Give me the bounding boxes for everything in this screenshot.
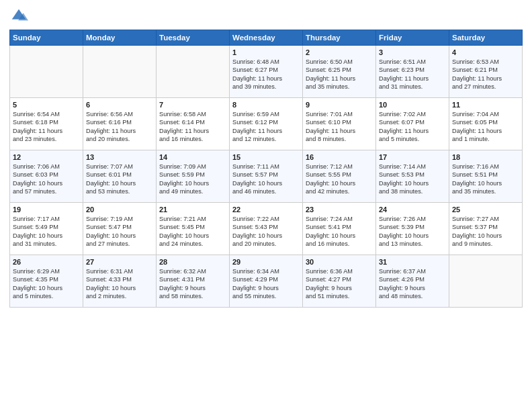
calendar-cell [449, 255, 523, 308]
day-number: 27 [86, 258, 153, 266]
calendar-table: SundayMondayTuesdayWednesdayThursdayFrid… [9, 30, 523, 308]
day-number: 26 [13, 258, 80, 266]
calendar-cell: 18Sunrise: 7:16 AM Sunset: 5:51 PM Dayli… [449, 150, 523, 203]
day-number: 10 [379, 101, 446, 109]
day-info: Sunrise: 7:06 AM Sunset: 6:03 PM Dayligh… [13, 163, 80, 196]
day-number: 31 [379, 258, 446, 266]
weekday-header: Sunday [10, 30, 83, 46]
day-number: 9 [306, 101, 373, 109]
day-info: Sunrise: 6:31 AM Sunset: 4:33 PM Dayligh… [86, 267, 153, 301]
calendar-cell: 1Sunrise: 6:48 AM Sunset: 6:27 PM Daylig… [230, 46, 303, 98]
calendar-cell: 26Sunrise: 6:29 AM Sunset: 4:35 PM Dayli… [10, 255, 83, 308]
calendar-cell: 27Sunrise: 6:31 AM Sunset: 4:33 PM Dayli… [83, 255, 157, 308]
day-info: Sunrise: 7:24 AM Sunset: 5:41 PM Dayligh… [306, 215, 373, 248]
calendar-cell: 14Sunrise: 7:09 AM Sunset: 5:59 PM Dayli… [157, 150, 230, 203]
day-number: 30 [306, 258, 373, 266]
day-number: 5 [13, 101, 80, 109]
day-info: Sunrise: 7:27 AM Sunset: 5:37 PM Dayligh… [452, 215, 519, 248]
day-number: 1 [232, 48, 300, 56]
calendar-cell: 22Sunrise: 7:22 AM Sunset: 5:43 PM Dayli… [230, 203, 303, 255]
calendar-week-row: 1Sunrise: 6:48 AM Sunset: 6:27 PM Daylig… [10, 46, 523, 98]
calendar-cell: 30Sunrise: 6:36 AM Sunset: 4:27 PM Dayli… [303, 255, 376, 308]
calendar-week-row: 12Sunrise: 7:06 AM Sunset: 6:03 PM Dayli… [10, 150, 523, 203]
day-info: Sunrise: 7:16 AM Sunset: 5:51 PM Dayligh… [452, 163, 519, 196]
day-info: Sunrise: 6:36 AM Sunset: 4:27 PM Dayligh… [306, 267, 373, 301]
weekday-header: Friday [376, 30, 449, 46]
weekday-header: Saturday [449, 30, 523, 46]
day-info: Sunrise: 6:37 AM Sunset: 4:26 PM Dayligh… [379, 267, 446, 301]
day-number: 14 [159, 153, 226, 161]
day-number: 4 [452, 48, 519, 56]
day-info: Sunrise: 6:51 AM Sunset: 6:23 PM Dayligh… [379, 58, 446, 91]
calendar-cell: 19Sunrise: 7:17 AM Sunset: 5:49 PM Dayli… [10, 203, 83, 255]
day-number: 15 [232, 153, 300, 161]
weekday-header: Tuesday [157, 30, 230, 46]
day-info: Sunrise: 7:04 AM Sunset: 6:05 PM Dayligh… [452, 110, 519, 144]
day-info: Sunrise: 6:53 AM Sunset: 6:21 PM Dayligh… [452, 58, 519, 91]
day-info: Sunrise: 6:54 AM Sunset: 6:18 PM Dayligh… [13, 110, 80, 144]
day-number: 2 [306, 48, 373, 56]
day-number: 7 [159, 101, 226, 109]
day-info: Sunrise: 6:29 AM Sunset: 4:35 PM Dayligh… [13, 267, 80, 301]
calendar-cell: 13Sunrise: 7:07 AM Sunset: 6:01 PM Dayli… [83, 150, 157, 203]
day-number: 13 [86, 153, 153, 161]
day-number: 16 [306, 153, 373, 161]
day-number: 23 [306, 205, 373, 214]
calendar-cell: 4Sunrise: 6:53 AM Sunset: 6:21 PM Daylig… [449, 46, 523, 98]
calendar-cell: 25Sunrise: 7:27 AM Sunset: 5:37 PM Dayli… [449, 203, 523, 255]
calendar-cell: 17Sunrise: 7:14 AM Sunset: 5:53 PM Dayli… [376, 150, 449, 203]
day-number: 11 [452, 101, 519, 109]
calendar-cell: 15Sunrise: 7:11 AM Sunset: 5:57 PM Dayli… [230, 150, 303, 203]
day-number: 8 [232, 101, 300, 109]
day-info: Sunrise: 6:48 AM Sunset: 6:27 PM Dayligh… [232, 58, 300, 91]
calendar-cell: 28Sunrise: 6:32 AM Sunset: 4:31 PM Dayli… [157, 255, 230, 308]
day-info: Sunrise: 7:22 AM Sunset: 5:43 PM Dayligh… [232, 215, 300, 248]
day-number: 17 [379, 153, 446, 161]
day-number: 19 [13, 205, 80, 214]
calendar-cell: 20Sunrise: 7:19 AM Sunset: 5:47 PM Dayli… [83, 203, 157, 255]
day-number: 22 [232, 205, 300, 214]
calendar-cell: 29Sunrise: 6:34 AM Sunset: 4:29 PM Dayli… [230, 255, 303, 308]
day-info: Sunrise: 7:17 AM Sunset: 5:49 PM Dayligh… [13, 215, 80, 248]
weekday-header: Thursday [303, 30, 376, 46]
calendar-cell: 23Sunrise: 7:24 AM Sunset: 5:41 PM Dayli… [303, 203, 376, 255]
day-number: 21 [159, 205, 226, 214]
day-info: Sunrise: 7:12 AM Sunset: 5:55 PM Dayligh… [306, 163, 373, 196]
day-info: Sunrise: 7:09 AM Sunset: 5:59 PM Dayligh… [159, 163, 226, 196]
calendar-cell: 10Sunrise: 7:02 AM Sunset: 6:07 PM Dayli… [376, 98, 449, 150]
day-info: Sunrise: 7:14 AM Sunset: 5:53 PM Dayligh… [379, 163, 446, 196]
day-info: Sunrise: 6:50 AM Sunset: 6:25 PM Dayligh… [306, 58, 373, 91]
calendar-cell: 3Sunrise: 6:51 AM Sunset: 6:23 PM Daylig… [376, 46, 449, 98]
weekday-header: Monday [83, 30, 157, 46]
calendar-cell: 9Sunrise: 7:01 AM Sunset: 6:10 PM Daylig… [303, 98, 376, 150]
calendar-cell: 7Sunrise: 6:58 AM Sunset: 6:14 PM Daylig… [157, 98, 230, 150]
day-info: Sunrise: 6:34 AM Sunset: 4:29 PM Dayligh… [232, 267, 300, 301]
day-info: Sunrise: 7:01 AM Sunset: 6:10 PM Dayligh… [306, 110, 373, 144]
calendar-cell: 8Sunrise: 6:59 AM Sunset: 6:12 PM Daylig… [230, 98, 303, 150]
calendar-container: SundayMondayTuesdayWednesdayThursdayFrid… [0, 0, 532, 313]
day-number: 20 [86, 205, 153, 214]
calendar-cell [157, 46, 230, 98]
day-number: 28 [159, 258, 226, 266]
day-number: 3 [379, 48, 446, 56]
logo-icon [9, 7, 28, 26]
calendar-cell [10, 46, 83, 98]
calendar-week-row: 26Sunrise: 6:29 AM Sunset: 4:35 PM Dayli… [10, 255, 523, 308]
calendar-cell: 16Sunrise: 7:12 AM Sunset: 5:55 PM Dayli… [303, 150, 376, 203]
day-number: 29 [232, 258, 300, 266]
day-number: 18 [452, 153, 519, 161]
day-info: Sunrise: 7:07 AM Sunset: 6:01 PM Dayligh… [86, 163, 153, 196]
day-info: Sunrise: 7:02 AM Sunset: 6:07 PM Dayligh… [379, 110, 446, 144]
day-info: Sunrise: 7:19 AM Sunset: 5:47 PM Dayligh… [86, 215, 153, 248]
calendar-cell: 6Sunrise: 6:56 AM Sunset: 6:16 PM Daylig… [83, 98, 157, 150]
weekday-header: Wednesday [230, 30, 303, 46]
day-number: 12 [13, 153, 80, 161]
calendar-cell: 11Sunrise: 7:04 AM Sunset: 6:05 PM Dayli… [449, 98, 523, 150]
logo [9, 7, 31, 26]
day-info: Sunrise: 6:56 AM Sunset: 6:16 PM Dayligh… [86, 110, 153, 144]
calendar-cell: 24Sunrise: 7:26 AM Sunset: 5:39 PM Dayli… [376, 203, 449, 255]
day-info: Sunrise: 6:58 AM Sunset: 6:14 PM Dayligh… [159, 110, 226, 144]
day-number: 6 [86, 101, 153, 109]
calendar-week-row: 5Sunrise: 6:54 AM Sunset: 6:18 PM Daylig… [10, 98, 523, 150]
day-info: Sunrise: 7:26 AM Sunset: 5:39 PM Dayligh… [379, 215, 446, 248]
